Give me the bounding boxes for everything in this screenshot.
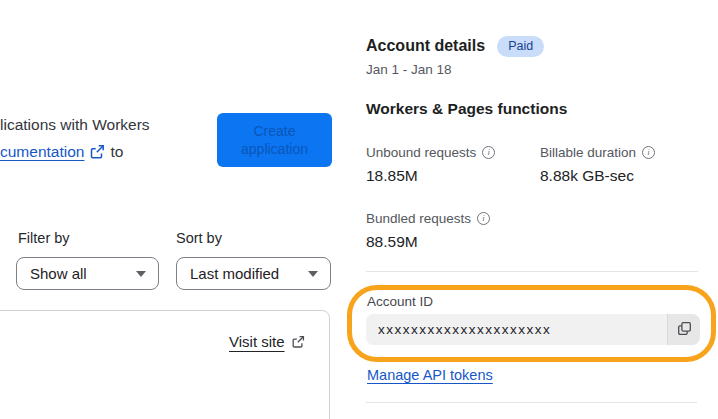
info-icon[interactable]: i bbox=[642, 146, 655, 159]
filter-dropdown[interactable]: Show all bbox=[16, 257, 159, 290]
intro-text-suffix: to bbox=[110, 143, 123, 161]
divider bbox=[366, 402, 697, 403]
info-icon[interactable]: i bbox=[477, 212, 490, 225]
account-details-title: Account details bbox=[366, 37, 485, 55]
metric-label-unbound-requests: Unbound requests i bbox=[366, 145, 495, 160]
sort-dropdown-value: Last modified bbox=[190, 265, 279, 282]
external-link-icon bbox=[89, 144, 105, 160]
chevron-down-icon bbox=[136, 271, 146, 277]
project-card bbox=[0, 310, 330, 419]
functions-section-title: Workers & Pages functions bbox=[366, 100, 567, 118]
external-link-icon bbox=[291, 335, 305, 349]
paid-plan-badge: Paid bbox=[497, 36, 544, 57]
visit-site-row: Visit site bbox=[229, 333, 305, 350]
copy-icon bbox=[677, 321, 692, 339]
metric-value-unbound-requests: 18.85M bbox=[366, 167, 418, 185]
sort-by-label: Sort by bbox=[176, 230, 222, 246]
create-application-button[interactable]: Create application bbox=[217, 113, 332, 167]
date-range: Jan 1 - Jan 18 bbox=[366, 62, 452, 77]
divider bbox=[366, 271, 698, 272]
metric-value-billable-duration: 8.88k GB-sec bbox=[540, 167, 634, 185]
filter-by-label: Filter by bbox=[18, 230, 70, 246]
intro-text-line1: lications with Workers bbox=[0, 116, 150, 134]
visit-site-link[interactable]: Visit site bbox=[229, 333, 285, 350]
documentation-link[interactable]: cumentation bbox=[0, 143, 84, 161]
info-icon[interactable]: i bbox=[482, 146, 495, 159]
metric-value-bundled-requests: 88.59M bbox=[366, 233, 418, 251]
account-id-label: Account ID bbox=[367, 294, 433, 309]
account-id-field-group: xxxxxxxxxxxxxxxxxxxxx bbox=[366, 314, 700, 345]
chevron-down-icon bbox=[308, 271, 318, 277]
account-details-header: Account details Paid bbox=[366, 36, 544, 57]
manage-api-tokens-link[interactable]: Manage API tokens bbox=[367, 367, 493, 383]
account-id-value[interactable]: xxxxxxxxxxxxxxxxxxxxx bbox=[366, 314, 667, 345]
metric-label-billable-duration: Billable duration i bbox=[540, 145, 655, 160]
copy-account-id-button[interactable] bbox=[667, 314, 700, 345]
filter-dropdown-value: Show all bbox=[30, 265, 87, 282]
metric-label-bundled-requests: Bundled requests i bbox=[366, 211, 490, 226]
workers-pages-dashboard: lications with Workers cumentation to Cr… bbox=[0, 0, 718, 419]
intro-text-line2: cumentation to bbox=[0, 143, 123, 161]
sort-dropdown[interactable]: Last modified bbox=[176, 257, 331, 290]
